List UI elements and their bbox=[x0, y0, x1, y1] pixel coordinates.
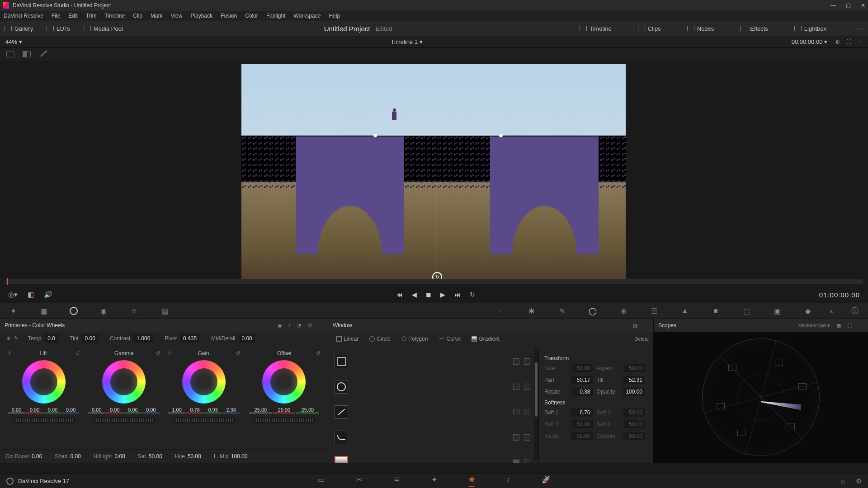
nodes-button[interactable]: Nodes bbox=[687, 25, 714, 32]
gamma-wheel[interactable] bbox=[102, 360, 146, 404]
window-palette-icon[interactable]: ◯ bbox=[588, 306, 598, 316]
gain-picker-icon[interactable]: ✢ bbox=[168, 350, 172, 356]
pick-white-icon[interactable]: ✎ bbox=[14, 335, 18, 341]
minimize-button[interactable]: — bbox=[830, 2, 836, 9]
3d-icon[interactable]: ▣ bbox=[772, 306, 782, 316]
invert-toggle[interactable] bbox=[524, 384, 530, 390]
play-button[interactable]: ▶ bbox=[440, 291, 445, 298]
gradient-overlay-line[interactable] bbox=[375, 135, 501, 136]
mask-toggle[interactable] bbox=[513, 434, 519, 441]
color-page-icon[interactable]: ✺ bbox=[469, 475, 475, 487]
window-preset-icon[interactable]: ▥ bbox=[633, 323, 637, 328]
pivot-value[interactable]: 0.435 bbox=[180, 334, 199, 343]
menu-workspace[interactable]: Workspace bbox=[294, 13, 321, 19]
gain-reset-icon[interactable]: ↺ bbox=[236, 350, 241, 357]
window-row-curve[interactable] bbox=[331, 425, 534, 450]
window-more-icon[interactable]: ⋯ bbox=[644, 323, 649, 328]
motion-effects-icon[interactable]: ▤ bbox=[160, 306, 170, 316]
add-polygon-button[interactable]: ⬠Polygon bbox=[398, 333, 431, 344]
warper-icon[interactable]: ✱ bbox=[526, 306, 536, 316]
offset-reset-icon[interactable]: ↺ bbox=[316, 350, 321, 357]
close-button[interactable]: ✕ bbox=[861, 2, 865, 9]
window-row-linear[interactable] bbox=[331, 349, 534, 374]
color-picker-icon[interactable]: ◎▾ bbox=[8, 291, 18, 299]
temp-value[interactable]: 0.0 bbox=[45, 334, 58, 343]
rotate-value[interactable]: 0.38 bbox=[571, 388, 593, 396]
invert-toggle[interactable] bbox=[524, 434, 530, 441]
menu-help[interactable]: Help bbox=[329, 13, 340, 19]
info-palette-icon[interactable]: ⓘ bbox=[850, 306, 860, 316]
fusion-page-icon[interactable]: ✦ bbox=[431, 475, 437, 487]
tracker-icon[interactable]: ⊕ bbox=[618, 306, 628, 316]
mask-toggle[interactable] bbox=[513, 460, 519, 463]
aspect-value[interactable]: 50.00 bbox=[623, 364, 645, 372]
mask-toggle[interactable] bbox=[513, 384, 519, 390]
menu-view[interactable]: View bbox=[171, 13, 183, 19]
outside-value[interactable]: 50.00 bbox=[623, 432, 645, 440]
soft3-value[interactable]: 50.00 bbox=[571, 420, 593, 428]
scope-layout-icon[interactable]: ▦ bbox=[836, 323, 841, 328]
menu-clip[interactable]: Clip bbox=[133, 13, 142, 19]
viewer-more-icon[interactable]: ⋯ bbox=[858, 39, 863, 45]
offset-values[interactable]: 25.0025.0025.00 bbox=[249, 407, 319, 413]
bars-mode-icon[interactable]: ⦀ bbox=[288, 323, 291, 328]
mask-toggle[interactable] bbox=[513, 409, 519, 415]
rgb-mixer-icon[interactable]: ⎌ bbox=[129, 306, 139, 316]
add-curve-button[interactable]: 〰Curve bbox=[435, 333, 464, 344]
scrubber[interactable] bbox=[5, 279, 863, 284]
lift-jog[interactable] bbox=[12, 417, 75, 423]
effects-button[interactable]: Effects bbox=[740, 25, 768, 32]
menu-color[interactable]: Color bbox=[245, 13, 258, 19]
settings-icon[interactable]: ⚙ bbox=[856, 477, 862, 485]
curves-icon[interactable]: ⟋ bbox=[495, 306, 505, 316]
lift-picker-icon[interactable]: ✢ bbox=[7, 350, 11, 356]
scope-expand-icon[interactable]: ⛶ bbox=[847, 323, 852, 328]
image-mode-icon[interactable] bbox=[6, 51, 14, 57]
menu-file[interactable]: File bbox=[52, 13, 60, 19]
deliver-page-icon[interactable]: 🚀 bbox=[542, 475, 551, 487]
media-page-icon[interactable]: ▭ bbox=[318, 475, 325, 487]
offset-wheel[interactable] bbox=[262, 360, 306, 404]
menu-timeline[interactable]: Timeline bbox=[104, 13, 125, 19]
shad-value[interactable]: 0.00 bbox=[70, 453, 80, 460]
gain-values[interactable]: 1.000.780.932.38 bbox=[168, 407, 240, 413]
sizing-icon[interactable]: ⬚ bbox=[741, 306, 751, 316]
prev-frame-button[interactable]: ◀ bbox=[412, 291, 417, 298]
luts-button[interactable]: LUTs bbox=[47, 25, 70, 32]
magic-mask-icon[interactable]: ☰ bbox=[649, 306, 659, 316]
color-match-icon[interactable]: ▦ bbox=[39, 306, 49, 316]
size-value[interactable]: 50.00 bbox=[571, 364, 593, 372]
menu-playback[interactable]: Playback bbox=[190, 13, 212, 19]
gallery-button[interactable]: Gallery bbox=[5, 25, 33, 32]
hilight-value[interactable]: 0.00 bbox=[114, 453, 125, 460]
playhead[interactable] bbox=[7, 278, 8, 285]
hdr-wheels-icon[interactable]: ◉ bbox=[99, 306, 108, 316]
menu-fusion[interactable]: Fusion bbox=[221, 13, 237, 19]
scopes-more-icon[interactable]: ⋯ bbox=[859, 323, 863, 328]
gain-wheel[interactable] bbox=[182, 360, 226, 404]
maximize-button[interactable]: ▢ bbox=[846, 2, 851, 9]
scopes-palette-icon[interactable]: ⟁ bbox=[826, 306, 836, 316]
viewer-timecode[interactable]: 00:00:00:00 ▾ bbox=[792, 38, 827, 45]
split-screen-icon[interactable]: ◧ bbox=[28, 291, 34, 299]
opacity-value[interactable]: 100.00 bbox=[623, 388, 645, 396]
gamma-reset-icon[interactable]: ↺ bbox=[156, 350, 160, 357]
qualifier-icon[interactable]: ✎ bbox=[557, 306, 567, 316]
mediapool-button[interactable]: Media Pool bbox=[84, 25, 123, 32]
mask-toggle[interactable] bbox=[513, 358, 519, 365]
add-circle-button[interactable]: Circle bbox=[366, 334, 394, 344]
lmix-value[interactable]: 100.00 bbox=[231, 453, 248, 460]
contrast-value[interactable]: 1.000 bbox=[134, 334, 153, 343]
gamma-values[interactable]: 0.000.000.000.00 bbox=[88, 407, 160, 413]
primaries-more-icon[interactable]: ⋯ bbox=[318, 323, 323, 328]
home-icon[interactable]: ⌂ bbox=[841, 477, 845, 485]
edit-page-icon[interactable]: ≣ bbox=[394, 475, 400, 487]
sat-value[interactable]: 50.00 bbox=[149, 453, 162, 460]
toolbar-more-icon[interactable]: ⋯ bbox=[856, 24, 863, 33]
offset-jog[interactable] bbox=[252, 417, 316, 423]
expand-icon[interactable]: ⛶ bbox=[846, 39, 851, 45]
menu-mark[interactable]: Mark bbox=[151, 13, 163, 19]
menu-trim[interactable]: Trim bbox=[86, 13, 97, 19]
viewer[interactable]: ↻ bbox=[241, 64, 626, 284]
tilt-value[interactable]: 52.31 bbox=[623, 376, 645, 384]
